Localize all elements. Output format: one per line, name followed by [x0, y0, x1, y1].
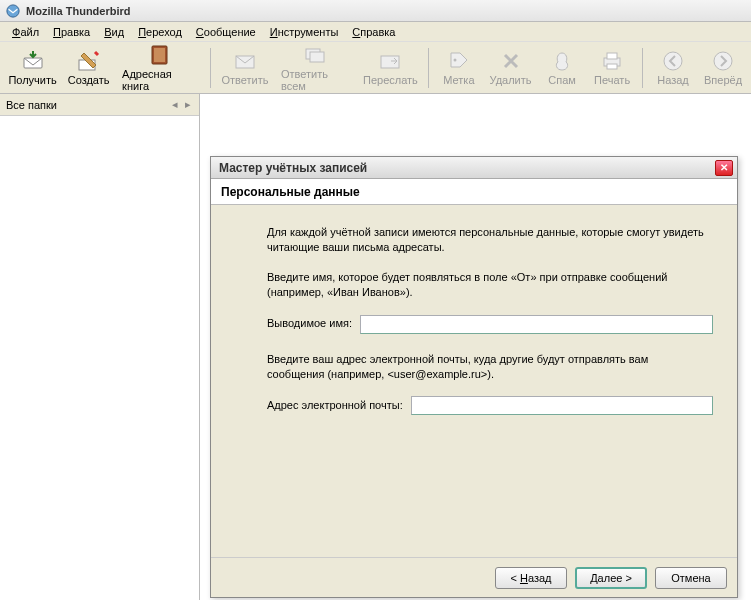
folder-pane: Все папки ◂ ▸ [0, 94, 200, 600]
toolbar-delete[interactable]: Удалить [485, 44, 536, 92]
wizard-next-button[interactable]: Далее > [575, 567, 647, 589]
toolbar-get[interactable]: Получить [4, 44, 61, 92]
toolbar-nav-forward-label: Вперёд [704, 74, 742, 86]
wizard-intro-text: Для каждой учётной записи имеются персон… [267, 225, 707, 256]
menubar: Файл Правка Вид Переход Сообщение Инстру… [0, 22, 751, 42]
toolbar-forward[interactable]: Переслать [359, 44, 422, 92]
wizard-cancel-button[interactable]: Отмена [655, 567, 727, 589]
toolbar-nav-forward[interactable]: Вперёд [699, 44, 747, 92]
toolbar-separator [210, 48, 211, 88]
wizard-name-instruction: Введите имя, которое будет появляться в … [267, 270, 707, 301]
toolbar: Получить Создать Адресная книга Ответить… [0, 42, 751, 94]
account-wizard-dialog: Мастер учётных записей ✕ Персональные да… [210, 156, 738, 598]
svg-point-15 [714, 52, 732, 70]
svg-rect-8 [310, 52, 324, 62]
wizard-close-button[interactable]: ✕ [715, 160, 733, 176]
svg-point-10 [453, 58, 456, 61]
menu-message[interactable]: Сообщение [190, 24, 262, 40]
toolbar-create-label: Создать [68, 74, 110, 86]
wizard-back-button[interactable]: < Назад [495, 567, 567, 589]
wizard-button-bar: < Назад Далее > Отмена [211, 557, 737, 597]
toolbar-reply[interactable]: Ответить [217, 44, 273, 92]
print-icon [601, 50, 623, 72]
svg-rect-13 [607, 64, 617, 69]
delete-icon [500, 50, 522, 72]
replyall-icon [305, 44, 327, 66]
wizard-title: Мастер учётных записей [219, 161, 367, 175]
svg-rect-12 [607, 53, 617, 59]
menu-file[interactable]: Файл [6, 24, 45, 40]
addressbook-icon [149, 44, 171, 66]
toolbar-get-label: Получить [8, 74, 56, 86]
toolbar-print-label: Печать [594, 74, 630, 86]
toolbar-tag[interactable]: Метка [435, 44, 483, 92]
nav-back-icon [662, 50, 684, 72]
toolbar-replyall-label: Ответить всем [281, 68, 351, 92]
toolbar-separator [428, 48, 429, 88]
toolbar-addressbook-label: Адресная книга [122, 68, 198, 92]
close-icon: ✕ [720, 163, 728, 173]
toolbar-print[interactable]: Печать [588, 44, 636, 92]
reply-icon [234, 50, 256, 72]
toolbar-delete-label: Удалить [490, 74, 532, 86]
display-name-input[interactable] [360, 315, 713, 334]
window-titlebar: Mozilla Thunderbird [0, 0, 751, 22]
svg-rect-5 [154, 48, 165, 62]
wizard-subtitle: Персональные данные [211, 179, 737, 205]
menu-edit[interactable]: Правка [47, 24, 96, 40]
menu-help[interactable]: Справка [346, 24, 401, 40]
email-label: Адрес электронной почты: [267, 398, 403, 413]
toolbar-create[interactable]: Создать [63, 44, 114, 92]
menu-view[interactable]: Вид [98, 24, 130, 40]
content-area: Все папки ◂ ▸ Мастер учётных записей ✕ П… [0, 94, 751, 600]
toolbar-tag-label: Метка [443, 74, 474, 86]
window-title: Mozilla Thunderbird [26, 5, 131, 17]
wizard-email-instruction: Введите ваш адрес электронной почты, куд… [267, 352, 707, 383]
junk-icon [551, 50, 573, 72]
menu-go[interactable]: Переход [132, 24, 188, 40]
display-name-label: Выводимое имя: [267, 316, 352, 331]
mail-get-icon [22, 50, 44, 72]
folder-nav-arrows[interactable]: ◂ ▸ [172, 98, 193, 111]
nav-forward-icon [712, 50, 734, 72]
toolbar-nav-back-label: Назад [657, 74, 689, 86]
folder-pane-header: Все папки ◂ ▸ [0, 94, 199, 116]
forward-icon [379, 50, 401, 72]
toolbar-replyall[interactable]: Ответить всем [275, 44, 357, 92]
message-pane: Мастер учётных записей ✕ Персональные да… [200, 94, 751, 600]
email-input[interactable] [411, 396, 713, 415]
toolbar-junk[interactable]: Спам [538, 44, 586, 92]
toolbar-addressbook[interactable]: Адресная книга [116, 44, 204, 92]
app-icon [6, 4, 20, 18]
toolbar-forward-label: Переслать [363, 74, 418, 86]
compose-icon [78, 50, 100, 72]
wizard-titlebar: Мастер учётных записей ✕ [211, 157, 737, 179]
menu-tools[interactable]: Инструменты [264, 24, 345, 40]
tag-icon [448, 50, 470, 72]
wizard-body: Для каждой учётной записи имеются персон… [211, 205, 737, 557]
toolbar-reply-label: Ответить [221, 74, 268, 86]
folder-heading: Все папки [6, 99, 57, 111]
toolbar-junk-label: Спам [548, 74, 576, 86]
svg-point-14 [664, 52, 682, 70]
toolbar-separator [642, 48, 643, 88]
toolbar-nav-back[interactable]: Назад [649, 44, 697, 92]
